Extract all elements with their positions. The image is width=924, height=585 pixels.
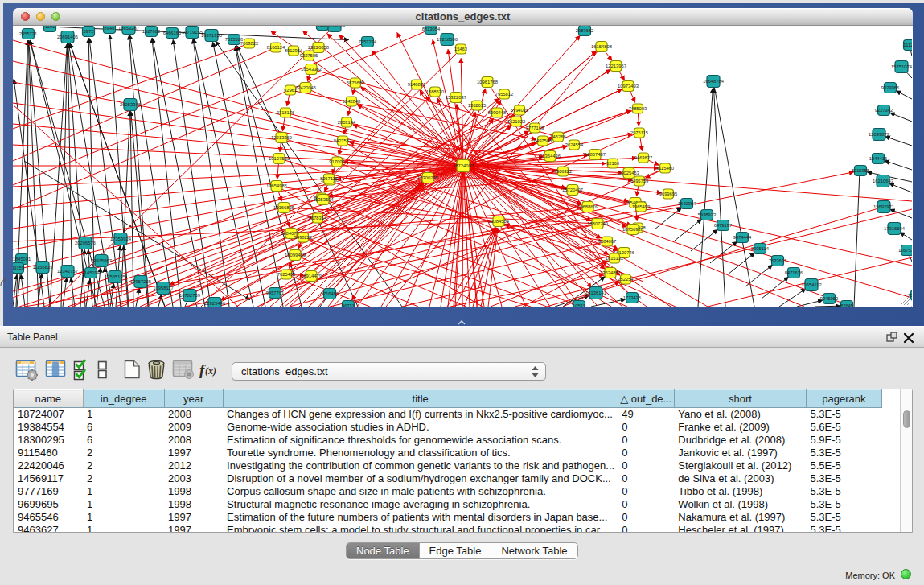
svg-text:7955812: 7955812 [495, 92, 514, 97]
svg-text:15751074: 15751074 [891, 64, 912, 69]
svg-text:3624554: 3624554 [565, 142, 584, 147]
svg-text:1588520: 1588520 [426, 89, 445, 94]
svg-text:9474444: 9474444 [733, 235, 752, 240]
svg-text:9329966: 9329966 [881, 85, 900, 90]
svg-text:11156829: 11156829 [33, 265, 53, 270]
svg-text:10653287: 10653287 [118, 26, 139, 31]
svg-text:5716485: 5716485 [321, 291, 339, 296]
svg-text:2803144: 2803144 [338, 120, 356, 125]
svg-text:8678314: 8678314 [309, 216, 327, 220]
svg-text:96731: 96731 [342, 303, 355, 307]
svg-text:746266: 746266 [550, 134, 565, 139]
svg-text:16543382: 16543382 [301, 67, 322, 72]
svg-text:17359924: 17359924 [110, 237, 132, 241]
svg-text:9427552: 9427552 [334, 138, 352, 143]
svg-text:8471676: 8471676 [785, 270, 803, 275]
svg-text:9327505: 9327505 [300, 53, 318, 58]
svg-text:10973493: 10973493 [618, 84, 639, 89]
svg-text:2935114: 2935114 [751, 246, 770, 251]
svg-text:5498222: 5498222 [294, 235, 313, 240]
svg-text:9245052: 9245052 [820, 296, 839, 301]
svg-text:1527602: 1527602 [142, 29, 161, 34]
svg-text:2055721: 2055721 [19, 31, 38, 36]
svg-text:12923446: 12923446 [204, 301, 225, 306]
svg-text:22420046: 22420046 [295, 85, 316, 90]
svg-text:16154808: 16154808 [591, 44, 612, 49]
svg-text:11123: 11123 [903, 43, 912, 47]
svg-text:12093872: 12093872 [869, 132, 889, 137]
svg-text:17957225: 17957225 [130, 279, 151, 284]
svg-text:17016504: 17016504 [884, 226, 906, 231]
svg-text:9777169: 9777169 [526, 126, 544, 130]
svg-text:6495759: 6495759 [630, 179, 649, 183]
svg-text:15463: 15463 [454, 47, 467, 51]
svg-text:18807249: 18807249 [587, 221, 608, 226]
svg-text:6497568: 6497568 [534, 138, 552, 143]
svg-text:7632621: 7632621 [769, 258, 787, 263]
svg-text:8267115: 8267115 [320, 176, 338, 181]
svg-text:7625402: 7625402 [277, 272, 296, 277]
svg-text:19654985: 19654985 [266, 183, 287, 188]
svg-text:1615132: 1615132 [606, 256, 624, 261]
svg-text:18724007: 18724007 [453, 163, 474, 168]
svg-text:15692971: 15692971 [873, 204, 894, 209]
svg-text:39159: 39159 [13, 266, 24, 270]
svg-text:10654112: 10654112 [801, 282, 821, 287]
svg-text:1167533: 1167533 [898, 248, 912, 253]
svg-text:1621022: 1621022 [507, 119, 526, 124]
svg-text:14136141: 14136141 [585, 290, 606, 295]
svg-text:2975115: 2975115 [630, 130, 648, 135]
svg-text:10756928: 10756928 [622, 227, 643, 232]
svg-text:16782759: 16782759 [179, 293, 200, 298]
svg-text:5938923: 5938923 [698, 212, 717, 217]
svg-text:7485003: 7485003 [629, 106, 647, 111]
svg-text:10961768: 10961768 [477, 80, 498, 84]
svg-text:16648784: 16648784 [703, 79, 725, 84]
svg-text:10719155: 10719155 [182, 30, 203, 35]
svg-text:2087682: 2087682 [576, 28, 594, 33]
svg-text:15322037: 15322037 [446, 95, 466, 100]
svg-text:10025453: 10025453 [618, 171, 639, 175]
svg-text:12505135: 12505135 [105, 274, 125, 279]
svg-text:92961: 92961 [284, 88, 297, 93]
svg-text:10807487: 10807487 [585, 152, 606, 157]
svg-text:9084067: 9084067 [598, 239, 617, 244]
svg-text:9115460: 9115460 [656, 166, 674, 171]
svg-text:21364436: 21364436 [540, 154, 561, 159]
svg-text:30975867: 30975867 [91, 258, 112, 263]
svg-text:6466160: 6466160 [163, 31, 182, 35]
svg-text:13524851: 13524851 [600, 270, 621, 275]
svg-text:15720407: 15720407 [562, 187, 583, 192]
svg-text:1244415: 1244415 [869, 156, 888, 161]
svg-text:1101: 1101 [45, 26, 55, 29]
svg-text:16671355: 16671355 [201, 33, 222, 38]
svg-text:18300295: 18300295 [417, 175, 438, 180]
svg-text:16210643: 16210643 [873, 179, 893, 183]
svg-text:8990448: 8990448 [488, 110, 507, 115]
svg-text:8160124: 8160124 [267, 45, 285, 50]
svg-text:19218506: 19218506 [437, 37, 458, 42]
svg-text:19099489: 19099489 [285, 253, 306, 257]
svg-text:87645: 87645 [840, 303, 853, 307]
svg-text:6479197: 6479197 [714, 223, 733, 228]
svg-text:62160: 62160 [606, 161, 619, 166]
svg-text:1965492: 1965492 [632, 204, 651, 209]
svg-text:10531: 10531 [573, 303, 585, 307]
svg-text:917006: 917006 [329, 159, 344, 164]
svg-text:8940: 8940 [105, 26, 115, 31]
svg-text:6794028: 6794028 [511, 108, 529, 113]
svg-text:19166825: 19166825 [273, 205, 294, 210]
svg-text:9146821: 9146821 [408, 82, 426, 87]
svg-text:9227342: 9227342 [875, 108, 893, 113]
svg-text:8813054: 8813054 [422, 27, 441, 31]
svg-text:9457791: 9457791 [266, 290, 285, 295]
svg-text:1733426: 1733426 [623, 295, 642, 300]
svg-text:26053346: 26053346 [120, 102, 141, 107]
svg-text:23226058: 23226058 [308, 45, 329, 50]
svg-text:1845001: 1845001 [13, 257, 31, 262]
svg-text:1362615: 1362615 [468, 103, 487, 108]
svg-text:1640954: 1640954 [678, 201, 696, 206]
svg-text:16914479: 16914479 [301, 274, 322, 278]
svg-text:7663822: 7663822 [240, 41, 259, 46]
svg-text:12213967: 12213967 [606, 64, 626, 68]
